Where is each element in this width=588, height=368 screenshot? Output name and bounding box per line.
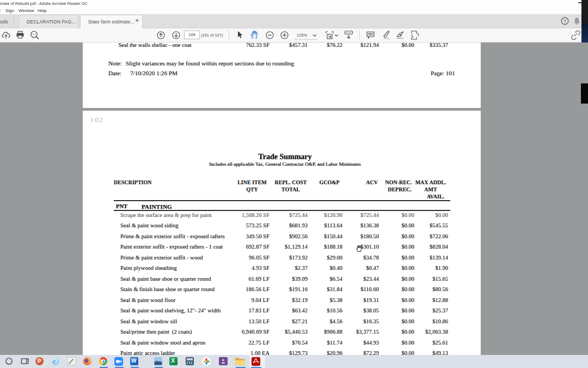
svg-text:?: ? xyxy=(564,19,566,24)
